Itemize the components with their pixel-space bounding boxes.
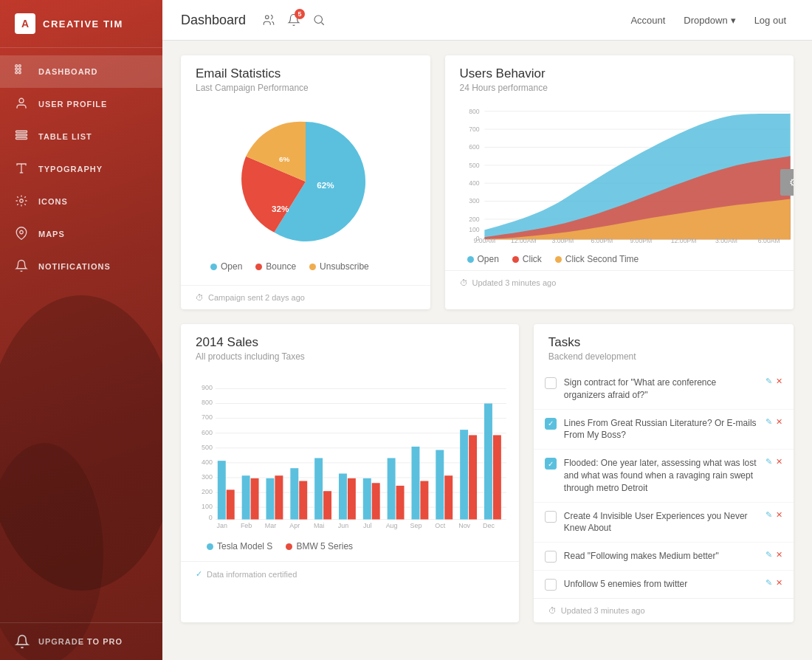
task-edit-button[interactable]: ✎	[765, 550, 772, 560]
task-text: Read "Following makes Medium better"	[564, 550, 758, 563]
task-checkbox[interactable]	[545, 511, 557, 523]
sidebar: A CREATIVE TIM DASHBOARD USER PROFILE TA…	[0, 0, 162, 660]
svg-text:700: 700	[469, 126, 480, 133]
notification-badge: 5	[295, 9, 305, 19]
svg-text:400: 400	[202, 458, 213, 466]
bar-chart-svg: 900 800 700 600 500 400 300 200 100 0	[192, 377, 508, 532]
tasks-footer-text: Updated 3 minutes ago	[561, 606, 645, 615]
sidebar-item-table-list[interactable]: TABLE LIST	[0, 120, 162, 153]
legend-open: Open	[210, 261, 242, 272]
users-behavior-footer: ⏱ Updated 3 minutes ago	[445, 270, 794, 295]
legend-dot-open	[210, 264, 217, 270]
topbar-right: Account Dropdown ▾ Log out	[623, 11, 794, 30]
task-checkbox[interactable]	[545, 551, 557, 563]
tasks-footer: ⏱ Updated 3 minutes ago	[534, 598, 794, 622]
svg-rect-70	[299, 481, 307, 520]
svg-rect-73	[339, 473, 347, 519]
task-item: Create 4 Invisible User Experiences you …	[534, 503, 794, 543]
email-stats-body: 62% 32% 6% Open Bounce	[181, 100, 430, 285]
legend-dot-tesla	[207, 543, 213, 550]
sidebar-nav: DASHBOARD USER PROFILE TABLE LIST TYPOGR…	[0, 48, 162, 622]
task-edit-button[interactable]: ✎	[765, 377, 772, 386]
svg-text:200: 200	[202, 488, 213, 495]
notification-icon[interactable]: 5	[286, 12, 302, 28]
sidebar-item-maps[interactable]: MAPS	[0, 218, 162, 250]
svg-rect-72	[323, 491, 331, 519]
bar-chart: 900 800 700 600 500 400 300 200 100 0	[192, 373, 508, 535]
svg-text:32%: 32%	[272, 204, 289, 213]
search-icon[interactable]	[311, 12, 327, 28]
users-behavior-subtitle: 24 Hours performance	[460, 83, 780, 93]
svg-point-2	[16, 68, 18, 70]
task-checkbox[interactable]: ✓	[545, 418, 557, 430]
logo-icon: A	[15, 13, 35, 34]
tasks-header: Tasks Backend development	[534, 324, 794, 369]
svg-text:3:00PM: 3:00PM	[551, 237, 574, 244]
sidebar-item-dashboard[interactable]: DASHBOARD	[0, 55, 162, 88]
legend-dot-area-click2	[555, 256, 562, 263]
sidebar-item-label-typography: TYPOGRAPHY	[38, 165, 103, 173]
users-behavior-body: 800 700 600 500 400 300 200 100 0	[445, 100, 794, 270]
sidebar-item-notifications[interactable]: NOTIFICATIONS	[0, 250, 162, 283]
svg-point-3	[18, 68, 21, 70]
sidebar-item-label-table-list: TABLE LIST	[38, 132, 92, 141]
legend-unsubscribe: Unsubscribe	[309, 261, 369, 272]
task-checkbox[interactable]: ✓	[545, 458, 557, 470]
task-delete-button[interactable]: ✕	[776, 457, 782, 467]
sales-body: 900 800 700 600 500 400 300 200 100 0	[181, 369, 519, 561]
svg-point-11	[20, 230, 24, 234]
task-delete-button[interactable]: ✕	[776, 578, 782, 588]
svg-point-12	[266, 16, 269, 19]
people-icon[interactable]	[261, 12, 277, 28]
sidebar-item-icons[interactable]: ICONS	[0, 185, 162, 218]
table-icon	[15, 129, 30, 144]
svg-rect-9	[16, 137, 27, 139]
sales-header: 2014 Sales All products including Taxes	[181, 324, 519, 369]
svg-text:Nov: Nov	[458, 522, 471, 529]
task-delete-button[interactable]: ✕	[776, 510, 782, 520]
task-edit-button[interactable]: ✎	[765, 417, 772, 427]
sales-footer: ✓ Data information certified	[181, 561, 519, 586]
task-delete-button[interactable]: ✕	[776, 550, 782, 560]
dropdown-button[interactable]: Dropdown ▾	[676, 11, 743, 30]
sales-subtitle: All products including Taxes	[196, 351, 504, 362]
sidebar-item-user-profile[interactable]: USER PROFILE	[0, 88, 162, 120]
svg-text:800: 800	[469, 108, 480, 115]
svg-text:Mai: Mai	[314, 522, 325, 529]
account-link[interactable]: Account	[623, 11, 672, 30]
svg-text:300: 300	[469, 197, 480, 204]
task-delete-button[interactable]: ✕	[776, 377, 782, 386]
email-stats-title: Email Statistics	[196, 66, 416, 81]
svg-text:12:00AM: 12:00AM	[510, 237, 536, 244]
svg-text:12:00PM: 12:00PM	[670, 237, 696, 244]
users-behavior-footer-text: Updated 3 minutes ago	[472, 278, 557, 287]
svg-text:0: 0	[209, 515, 213, 522]
sales-card: 2014 Sales All products including Taxes …	[181, 324, 519, 622]
legend-area-open: Open	[467, 254, 499, 264]
sidebar-item-typography[interactable]: TYPOGRAPHY	[0, 153, 162, 185]
legend-bounce: Bounce	[255, 261, 296, 272]
sidebar-upgrade-button[interactable]: UPGRADE TO PRO	[0, 622, 162, 660]
svg-text:200: 200	[469, 216, 480, 223]
task-checkbox[interactable]	[545, 579, 557, 591]
svg-point-10	[20, 199, 24, 203]
task-edit-button[interactable]: ✎	[765, 457, 772, 467]
task-checkbox[interactable]	[545, 377, 557, 389]
main-content: Dashboard 5 Account	[162, 0, 812, 660]
svg-rect-74	[348, 478, 356, 520]
svg-rect-82	[444, 475, 453, 519]
logout-link[interactable]: Log out	[747, 11, 794, 30]
gear-button[interactable]: ⚙	[780, 169, 794, 196]
task-edit-button[interactable]: ✎	[765, 578, 772, 588]
legend-dot-area-click	[512, 256, 519, 263]
svg-rect-75	[363, 478, 371, 520]
users-behavior-header: Users Behavior 24 Hours performance	[445, 55, 794, 100]
svg-text:Feb: Feb	[241, 522, 252, 529]
area-legend: Open Click Click Second Time	[453, 248, 794, 270]
svg-rect-65	[242, 475, 250, 519]
users-behavior-title: Users Behavior	[460, 66, 780, 81]
task-delete-button[interactable]: ✕	[776, 417, 782, 427]
task-edit-button[interactable]: ✎	[765, 510, 772, 520]
svg-text:6:00PM: 6:00PM	[591, 237, 613, 244]
upgrade-bell-icon	[15, 634, 30, 649]
